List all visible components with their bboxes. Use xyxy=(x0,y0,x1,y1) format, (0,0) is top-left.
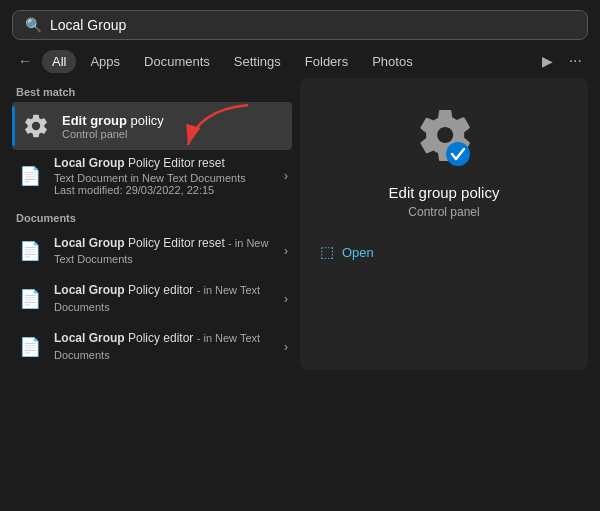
doc-result-item[interactable]: 📄 Local Group Policy Editor reset Text D… xyxy=(12,150,292,202)
left-panel: Best match Edit group policy Control pan… xyxy=(12,78,292,370)
tab-apps[interactable]: Apps xyxy=(80,50,130,73)
documents-section-label: Documents xyxy=(12,202,292,228)
doc-list-icon-0: 📄 xyxy=(16,237,44,265)
open-label: Open xyxy=(342,245,374,260)
tab-photos[interactable]: Photos xyxy=(362,50,422,73)
search-icon: 🔍 xyxy=(25,17,42,33)
doc-list-chevron-0: › xyxy=(284,244,288,258)
detail-title: Edit group policy xyxy=(389,184,500,201)
doc-list-chevron-1: › xyxy=(284,292,288,306)
tab-folders[interactable]: Folders xyxy=(295,50,358,73)
best-match-subtitle: Control panel xyxy=(62,128,164,140)
doc-icon: 📄 xyxy=(16,162,44,190)
search-input[interactable] xyxy=(50,17,575,33)
right-panel: Edit group policy Control panel ⬚ Open xyxy=(300,78,588,370)
more-button[interactable]: ··· xyxy=(563,48,588,74)
search-bar: 🔍 xyxy=(12,10,588,40)
best-match-text: Edit group policy Control panel xyxy=(62,113,164,140)
gear-icon xyxy=(20,110,52,142)
doc-list-text-0: Local Group Policy Editor reset - in New… xyxy=(54,235,274,269)
main-content: Best match Edit group policy Control pan… xyxy=(12,78,588,370)
tab-settings[interactable]: Settings xyxy=(224,50,291,73)
doc-list-item-0[interactable]: 📄 Local Group Policy Editor reset - in N… xyxy=(12,228,292,276)
filter-tabs: ← All Apps Documents Settings Folders Ph… xyxy=(0,40,600,78)
detail-icon-wrap xyxy=(412,108,476,172)
doc-list-text-2: Local Group Policy editor - in New Text … xyxy=(54,330,274,364)
best-match-item[interactable]: Edit group policy Control panel xyxy=(12,102,292,150)
best-match-title: Edit group policy xyxy=(62,113,164,128)
play-button[interactable]: ▶ xyxy=(536,49,559,73)
doc-chevron-icon: › xyxy=(284,169,288,183)
detail-gear-icon xyxy=(412,108,476,172)
detail-actions: ⬚ Open xyxy=(320,239,568,265)
doc-list-item-1[interactable]: 📄 Local Group Policy editor - in New Tex… xyxy=(12,275,292,323)
doc-list-item-2[interactable]: 📄 Local Group Policy editor - in New Tex… xyxy=(12,323,292,371)
back-button[interactable]: ← xyxy=(12,49,38,73)
doc-list-text-1: Local Group Policy editor - in New Text … xyxy=(54,282,274,316)
best-match-label: Best match xyxy=(12,78,292,102)
tab-documents[interactable]: Documents xyxy=(134,50,220,73)
doc-list-icon-2: 📄 xyxy=(16,333,44,361)
open-icon: ⬚ xyxy=(320,243,334,261)
doc-list-icon-1: 📄 xyxy=(16,285,44,313)
doc-result-sub2: Last modified: 29/03/2022, 22:15 xyxy=(54,184,274,196)
svg-point-1 xyxy=(446,142,470,166)
tab-all[interactable]: All xyxy=(42,50,76,73)
doc-result-sub1: Text Document in New Text Documents xyxy=(54,172,274,184)
doc-result-title: Local Group Policy Editor reset xyxy=(54,156,274,172)
detail-subtitle: Control panel xyxy=(408,205,479,219)
open-button[interactable]: ⬚ Open xyxy=(320,239,374,265)
doc-list-chevron-2: › xyxy=(284,340,288,354)
doc-result-text: Local Group Policy Editor reset Text Doc… xyxy=(54,156,274,196)
